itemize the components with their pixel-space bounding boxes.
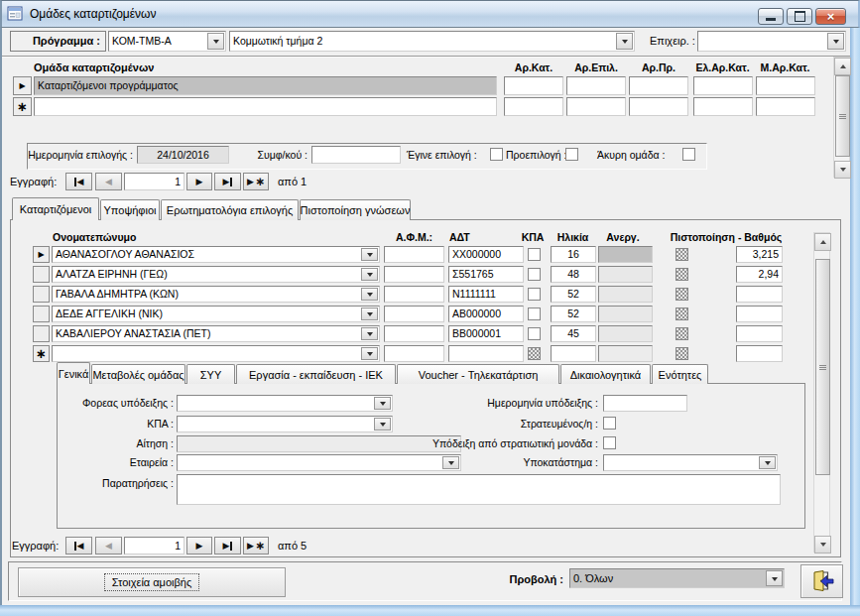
record-selector[interactable]	[33, 266, 50, 283]
chevron-down-icon[interactable]	[374, 397, 391, 410]
chevron-down-icon[interactable]	[361, 327, 378, 340]
chevron-down-icon[interactable]	[361, 288, 378, 301]
certification-new-checkbox[interactable]	[676, 347, 688, 360]
group-markat-field[interactable]	[756, 76, 815, 95]
subtab-voucher[interactable]: Voucher - Τηλεκατάρτιση	[397, 364, 559, 384]
adt-new-field[interactable]	[448, 345, 524, 362]
first-record-button[interactable]: ◀	[65, 537, 92, 554]
unemployed-field[interactable]	[598, 246, 653, 263]
record-number-input[interactable]: 1	[124, 173, 184, 190]
chevron-down-icon[interactable]	[616, 33, 633, 50]
referral-date-field[interactable]	[603, 395, 687, 412]
grade-field[interactable]: 3,215	[736, 246, 783, 263]
program-name-combo[interactable]: Κομμωτική τμήμα 2	[229, 31, 635, 52]
tab-candidates[interactable]: Υποψήφιοι	[100, 199, 160, 220]
adt-field[interactable]: AB000000	[448, 306, 524, 322]
trainee-name-combo[interactable]: ΓΑΒΑΛΑ ΔΗΜΗΤΡΑ (ΚΩΝ)	[52, 286, 380, 303]
selected-checkbox[interactable]	[490, 148, 503, 161]
unemployed-field[interactable]	[598, 266, 653, 283]
previous-record-button[interactable]: ◀	[95, 173, 122, 190]
chevron-down-icon[interactable]	[207, 33, 224, 50]
group-arepil-new-field[interactable]	[566, 97, 626, 116]
age-field[interactable]: 45	[551, 325, 596, 342]
first-record-button[interactable]: ◀	[65, 173, 92, 190]
record-number-input[interactable]: 1	[124, 537, 184, 554]
grade-field[interactable]	[736, 306, 783, 322]
scrollbar-thumb[interactable]	[835, 75, 850, 157]
trainee-name-combo[interactable]: ΚΑΒΑΛΙΕΡΟΥ ΑΝΑΣΤΑΣΙΑ (ΠΕΤ)	[52, 325, 380, 342]
grade-field[interactable]	[736, 286, 783, 303]
grade-field[interactable]	[736, 325, 783, 342]
subtab-documents[interactable]: Δικαιολογητικά	[560, 364, 651, 384]
record-selector[interactable]	[33, 306, 50, 322]
military-checkbox[interactable]	[603, 417, 616, 430]
kpa-checkbox[interactable]	[528, 268, 541, 281]
tab-trainees[interactable]: Καταρτιζόμενοι	[12, 197, 99, 220]
chevron-down-icon[interactable]	[759, 456, 776, 469]
afm-field[interactable]	[384, 325, 444, 342]
certification-checkbox[interactable]	[676, 308, 688, 320]
chevron-down-icon[interactable]	[361, 308, 378, 320]
chevron-down-icon[interactable]	[361, 268, 378, 281]
group-arkat-new-field[interactable]	[504, 97, 563, 116]
group-record-selector[interactable]: ▶	[13, 76, 32, 95]
adt-field[interactable]: XX000000	[448, 246, 524, 263]
adt-field[interactable]: BB000001	[448, 325, 524, 342]
record-selector[interactable]	[33, 286, 50, 303]
subtab-syy[interactable]: ΣΥΥ	[186, 364, 235, 384]
afm-new-field[interactable]	[384, 345, 444, 362]
subtab-group-changes[interactable]: Μεταβολές ομάδας	[91, 364, 185, 384]
age-field[interactable]: 16	[551, 246, 596, 263]
branch-combo[interactable]	[603, 454, 778, 471]
minimize-button[interactable]	[758, 8, 784, 25]
tab-certification[interactable]: Πιστοποίηση γνώσεων	[300, 199, 411, 220]
company-combo[interactable]	[697, 31, 846, 52]
grade-new-field[interactable]	[736, 345, 783, 362]
record-selector[interactable]: ▶	[33, 246, 50, 263]
certification-checkbox[interactable]	[676, 288, 688, 301]
grid-scrollbar[interactable]	[813, 232, 830, 553]
grade-field[interactable]: 2,94	[736, 266, 783, 283]
group-arepil-field[interactable]	[566, 76, 626, 95]
chevron-down-icon[interactable]	[442, 456, 459, 469]
chevron-down-icon[interactable]	[766, 570, 783, 586]
company-detail-combo[interactable]	[177, 454, 461, 471]
trainee-name-new-combo[interactable]	[52, 345, 380, 362]
trainee-name-combo[interactable]: ΔΕΔΕ ΑΓΓΕΛΙΚΗ (ΝΙΚ)	[52, 306, 380, 322]
group-elarkat-field[interactable]	[693, 76, 753, 95]
afm-field[interactable]	[384, 246, 444, 263]
trainee-name-combo[interactable]: ΑΘΑΝΑΣΟΓΛΟΥ ΑΘΑΝΑΣΙΟΣ	[52, 246, 380, 263]
maximize-button[interactable]	[787, 8, 812, 25]
scrollbar-thumb[interactable]	[815, 259, 830, 475]
preselected-checkbox[interactable]	[565, 148, 578, 161]
military-unit-checkbox[interactable]	[603, 436, 616, 449]
last-record-button[interactable]: ▶	[214, 537, 241, 554]
chevron-down-icon[interactable]	[827, 33, 844, 50]
unemployed-field[interactable]	[598, 306, 653, 322]
referral-agency-combo[interactable]	[177, 395, 393, 412]
new-record-button[interactable]: ▶∗	[243, 173, 269, 190]
adt-field[interactable]: N1111111	[448, 286, 524, 303]
previous-record-button[interactable]: ◀	[95, 537, 122, 554]
certification-checkbox[interactable]	[676, 327, 688, 340]
subtab-work-education[interactable]: Εργασία - εκπαίδευση - ΙΕΚ	[236, 364, 396, 384]
afm-field[interactable]	[384, 306, 444, 322]
group-name-field[interactable]: Καταρτιζόμενοι προγράμματος	[34, 76, 497, 95]
afm-field[interactable]	[384, 266, 444, 283]
selection-date-field[interactable]: 24/10/2016	[137, 146, 229, 164]
subtab-general[interactable]: Γενικά	[57, 362, 90, 384]
last-record-button[interactable]: ▶	[214, 173, 241, 190]
age-new-field[interactable]	[551, 345, 596, 362]
record-selector[interactable]	[33, 325, 50, 342]
new-record-button[interactable]: ▶∗	[243, 537, 269, 554]
group-elarkat-new-field[interactable]	[693, 97, 753, 116]
subtab-sections[interactable]: Ενότητες	[652, 364, 708, 384]
afm-field[interactable]	[384, 286, 444, 303]
tab-questionnaires[interactable]: Ερωτηματολόγια επιλογής	[161, 199, 299, 220]
group-new-record-selector[interactable]: ∗	[13, 97, 32, 116]
chevron-down-icon[interactable]	[374, 418, 391, 431]
certification-checkbox[interactable]	[676, 268, 688, 281]
group-arkat-field[interactable]	[504, 76, 563, 95]
invalid-group-checkbox[interactable]	[682, 148, 695, 161]
close-button[interactable]: ×	[815, 8, 846, 25]
